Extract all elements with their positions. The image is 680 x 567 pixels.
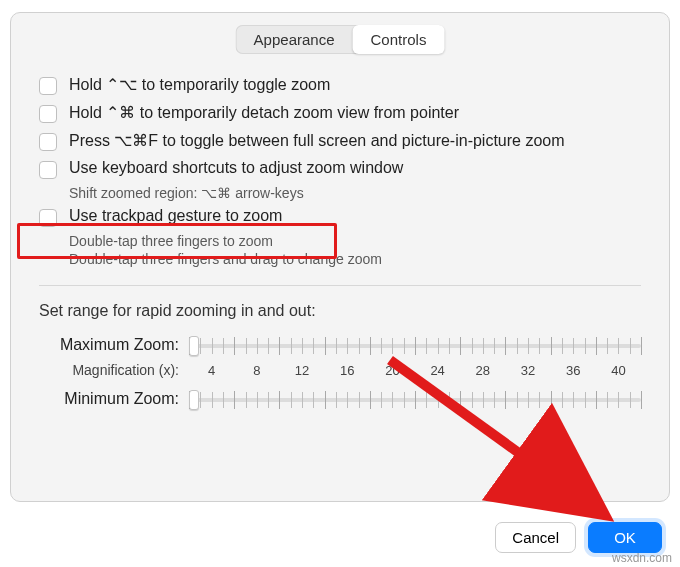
tab-bar: Appearance Controls [236,25,445,54]
slider-min-zoom[interactable] [189,388,641,410]
label-max-zoom: Maximum Zoom: [39,336,189,354]
label-magnification: Magnification (x): [39,362,189,378]
hint-trackpad-2: Double-tap three fingers and drag to cha… [69,251,641,267]
tab-appearance[interactable]: Appearance [236,25,353,54]
checkbox-hold-ctrl-opt[interactable] [39,77,57,95]
checkbox-hold-ctrl-cmd[interactable] [39,105,57,123]
mag-value: 40 [596,363,641,378]
cancel-button[interactable]: Cancel [495,522,576,553]
mag-value: 24 [415,363,460,378]
mag-value: 20 [370,363,415,378]
mag-value: 8 [234,363,279,378]
hint-keyboard-shortcuts: Shift zoomed region: ⌥⌘ arrow-keys [69,185,641,201]
preferences-dialog: Appearance Controls Hold ⌃⌥ to temporari… [10,12,670,502]
button-bar: Cancel OK [495,522,662,553]
slider-max-zoom[interactable] [189,334,641,356]
label-min-zoom: Minimum Zoom: [39,390,189,408]
label-hold-ctrl-cmd: Hold ⌃⌘ to temporarily detach zoom view … [69,103,459,122]
mag-value: 28 [460,363,505,378]
option-row: Hold ⌃⌥ to temporarily toggle zoom [39,75,641,95]
ok-button[interactable]: OK [588,522,662,553]
watermark: wsxdn.com [612,551,672,565]
label-press-opt-cmd-f: Press ⌥⌘F to toggle between full screen … [69,131,565,150]
mag-value: 12 [279,363,324,378]
option-row: Hold ⌃⌘ to temporarily detach zoom view … [39,103,641,123]
option-row: Use keyboard shortcuts to adjust zoom wi… [39,159,641,179]
range-title: Set range for rapid zooming in and out: [39,302,641,320]
slider-ticks [189,338,641,354]
slider-knob-max[interactable] [189,336,199,356]
mag-value: 4 [189,363,234,378]
magnification-values: 481216202428323640 [189,363,641,378]
option-row-trackpad: Use trackpad gesture to zoom [39,207,641,227]
checkbox-trackpad-gesture[interactable] [39,209,57,227]
tab-controls[interactable]: Controls [353,25,445,54]
separator [39,285,641,286]
mag-value: 16 [325,363,370,378]
slider-ticks [189,392,641,408]
label-keyboard-shortcuts: Use keyboard shortcuts to adjust zoom wi… [69,159,403,177]
content-area: Hold ⌃⌥ to temporarily toggle zoom Hold … [39,75,641,416]
slider-knob-min[interactable] [189,390,199,410]
mag-value: 32 [505,363,550,378]
hint-trackpad-1: Double-tap three fingers to zoom [69,233,641,249]
slider-row-max: Maximum Zoom: [39,334,641,356]
option-row: Press ⌥⌘F to toggle between full screen … [39,131,641,151]
slider-row-min: Minimum Zoom: [39,388,641,410]
checkbox-press-opt-cmd-f[interactable] [39,133,57,151]
magnification-row: Magnification (x): 481216202428323640 [39,362,641,378]
label-hold-ctrl-opt: Hold ⌃⌥ to temporarily toggle zoom [69,75,330,94]
label-trackpad-gesture: Use trackpad gesture to zoom [69,207,282,225]
checkbox-keyboard-shortcuts[interactable] [39,161,57,179]
mag-value: 36 [551,363,596,378]
